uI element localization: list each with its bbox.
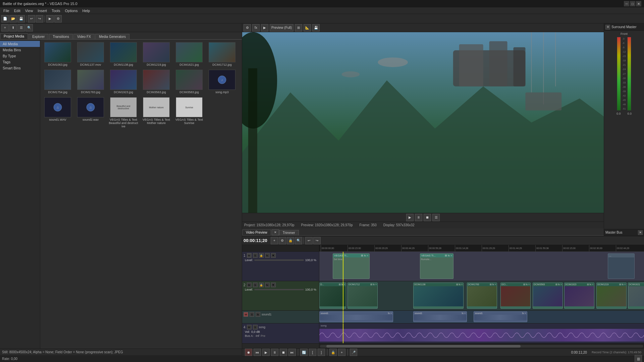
close-button[interactable]: ✕ <box>636 1 641 6</box>
audio1-fx[interactable]: fx <box>256 312 260 317</box>
sidebar-item-by-type[interactable]: By Type <box>0 53 40 59</box>
timeline-scrollbar-track[interactable] <box>320 345 643 348</box>
properties-button[interactable]: ⚙ <box>54 15 62 22</box>
video-clip-1783[interactable]: DCIM1783⊞ fx = <box>467 283 497 309</box>
media-item-dcim1754[interactable]: DCIM1754.jpg <box>42 68 74 95</box>
audio-clip-sound1-2[interactable]: sound1fx = <box>413 311 467 322</box>
transport-loop-button[interactable]: ☰ <box>432 214 440 221</box>
video-clip-1621[interactable]: DCIM1621⊞ fx = <box>628 283 644 309</box>
media-item-dcim1138[interactable]: DCIM1138.jpg <box>107 41 140 68</box>
preview-play-button[interactable]: ▶ <box>261 24 268 32</box>
pause-button[interactable]: ⏸ <box>271 349 278 356</box>
title-clip-2[interactable]: VEGAS Ti... ⊞ fx = Ruinsite... <box>420 253 453 279</box>
media-item-dcim1621[interactable]: DCIM1621.jpg <box>173 41 205 68</box>
snap-button[interactable]: 🔒 <box>329 349 337 356</box>
menu-tools[interactable]: Tools <box>50 8 62 13</box>
track2-solo[interactable]: S <box>253 283 258 287</box>
title-clip-3[interactable]: ... <box>608 253 635 279</box>
media-item-title2[interactable]: Mother nature VEGAS Titles & Text Mother… <box>140 96 172 129</box>
media-import-button[interactable]: ⬆ <box>9 24 17 32</box>
audio-main-solo[interactable]: S <box>253 325 258 329</box>
render-button[interactable]: ▶ <box>46 15 54 22</box>
transport-pause-button[interactable]: ⏸ <box>415 214 422 221</box>
transport-play-button[interactable]: ▶ <box>406 214 414 221</box>
menu-insert[interactable]: Insert <box>36 8 49 13</box>
audio-clip-sound1-1[interactable]: sound1fx = <box>319 311 393 322</box>
sidebar-item-all-media[interactable]: All Media <box>0 41 40 47</box>
track1-expand[interactable]: ▼ <box>271 253 276 258</box>
master-bus-close[interactable]: ✕ <box>638 230 643 235</box>
media-item-dcim3563[interactable]: DCIM3563.jpg <box>140 68 172 95</box>
sidebar-item-tags[interactable]: Tags <box>0 59 40 65</box>
track2-mute[interactable]: M <box>247 283 252 287</box>
save-button[interactable]: 💾 <box>17 15 25 22</box>
preview-save-button[interactable]: 💾 <box>312 24 320 32</box>
preview-tab-close[interactable]: ✕ <box>272 229 279 235</box>
media-item-sound1[interactable]: ♫ sound1.WAV <box>42 96 74 129</box>
video-clip-3583[interactable]: DCIM3583⊞ fx = <box>533 283 563 309</box>
timeline-snap[interactable]: 🔒 <box>287 237 294 244</box>
track1-solo[interactable]: S <box>253 253 258 258</box>
loop-button[interactable]: 🔄 <box>300 349 308 356</box>
track1-mute[interactable]: M <box>247 253 252 258</box>
preview-settings-button[interactable]: ⚙ <box>244 24 251 32</box>
tab-project-media[interactable]: Project Media <box>0 34 28 39</box>
tab-video-preview[interactable]: Video Preview <box>242 230 271 235</box>
video-clip-1923[interactable]: DCIM1923⊞ fx = <box>564 283 594 309</box>
video-clip-d[interactable]: D...⊞ fx = <box>319 283 346 309</box>
media-item-song-mp3[interactable]: ♪ song.mp3 <box>206 68 238 95</box>
tab-transitions[interactable]: Transitions <box>49 34 73 39</box>
audio-main-mute[interactable]: M <box>247 325 252 329</box>
audio-clip-sound1-3[interactable]: sound1fx = <box>474 311 527 322</box>
video-clip-1219[interactable]: DCIM1219⊞ fx = <box>596 283 627 309</box>
zoom-in-t[interactable]: + <box>338 349 345 356</box>
audio1-solo[interactable]: S <box>250 312 254 317</box>
stop-button[interactable]: ⏹ <box>280 349 287 356</box>
menu-file[interactable]: File <box>1 8 11 13</box>
media-item-title1[interactable]: Beautiful and destructive VEGAS Titles &… <box>107 96 140 129</box>
play-button[interactable]: ▶ <box>262 349 270 356</box>
media-item-dcim1063[interactable]: DCIM1063.jpg <box>42 41 74 68</box>
media-add-button[interactable]: + <box>1 24 9 32</box>
mark-in[interactable]: [ <box>309 349 316 356</box>
media-item-dcim3583[interactable]: DCIM3583.jpg <box>173 68 205 95</box>
timeline-undo[interactable]: ↩ <box>305 237 313 244</box>
media-item-title3[interactable]: Sunrise VEGAS Titles & Text Sunrise <box>173 96 205 129</box>
mark-out[interactable]: ] <box>318 349 325 356</box>
media-item-dcim1783[interactable]: DCIM1783.jpg <box>74 68 107 95</box>
media-view-button[interactable]: ☰ <box>17 24 25 32</box>
audio1-mute[interactable]: M <box>244 312 248 317</box>
bottom-settings[interactable]: ▥ <box>635 355 642 362</box>
track2-fx[interactable]: fx <box>265 283 270 287</box>
preview-view-button[interactable]: ⊞ <box>295 24 302 32</box>
track2-expand[interactable]: ▼ <box>271 283 276 287</box>
track2-level-slider[interactable] <box>254 289 304 290</box>
video-clip-1138[interactable]: DCIM1138⊞ fx = <box>413 283 464 309</box>
open-button[interactable]: 📂 <box>9 15 17 22</box>
title-clip-1[interactable]: VEGAS Ti... ⊞ fx = Set time... <box>333 253 370 279</box>
preview-fx-button[interactable]: fx <box>252 24 260 32</box>
menu-options[interactable]: Options <box>63 8 80 13</box>
track1-level-slider[interactable] <box>254 259 304 261</box>
timeline-zoom-in[interactable]: 🔍 <box>295 237 302 244</box>
timeline-settings[interactable]: ⚙ <box>279 237 286 244</box>
mic-button[interactable]: 🎤 <box>350 349 357 356</box>
menu-view[interactable]: View <box>23 8 35 13</box>
timeline-scrollbar-thumb[interactable] <box>326 345 520 348</box>
new-button[interactable]: 📄 <box>1 15 9 22</box>
track2-lock[interactable]: 🔒 <box>259 283 264 287</box>
transport-stop-button[interactable]: ⏹ <box>424 214 431 221</box>
rewind-start[interactable]: ⏮ <box>254 349 261 356</box>
track1-fx[interactable]: fx <box>265 253 270 258</box>
maximize-button[interactable]: □ <box>630 1 635 6</box>
tab-video-fx[interactable]: Video FX <box>73 34 95 39</box>
timeline-redo[interactable]: ↪ <box>313 237 321 244</box>
video-clip-dci[interactable]: DCI...⊞ fx = <box>500 283 531 309</box>
video-clip-1712[interactable]: DCIM1712⊞ fx = <box>347 283 378 309</box>
preview-snap-button[interactable]: 📐 <box>304 24 311 32</box>
media-item-dcim1923[interactable]: DCIM1923.jpg <box>107 68 140 95</box>
preview-quality-button[interactable]: Preview (Full) <box>270 24 293 32</box>
redo-button[interactable]: ↪ <box>36 15 43 22</box>
undo-button[interactable]: ↩ <box>28 15 35 22</box>
tab-trimmer[interactable]: Trimmer <box>279 230 299 235</box>
